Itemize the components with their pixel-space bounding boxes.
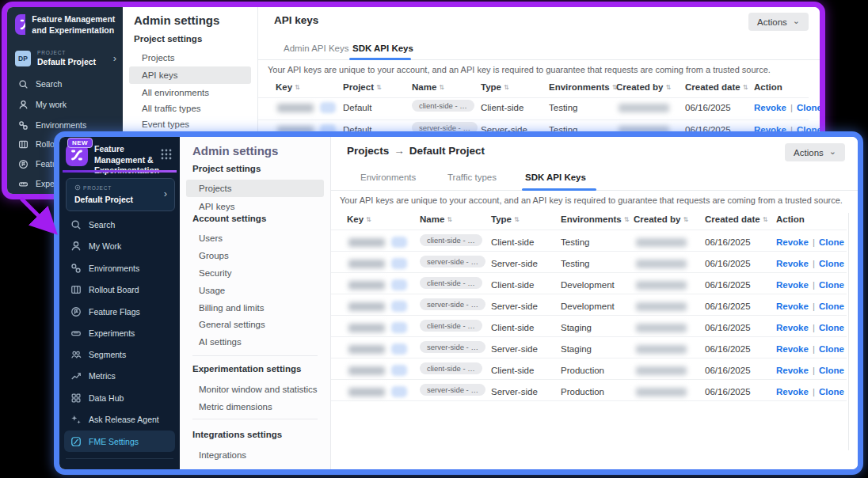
sort-icon[interactable]: ⇅ — [683, 216, 688, 223]
app-logo-icon — [15, 14, 25, 35]
revoke-link[interactable]: Revoke — [776, 280, 809, 290]
clone-link[interactable]: Clone — [819, 323, 844, 332]
sidebar-item-label: Experiments — [89, 328, 135, 338]
sort-icon[interactable]: ⇅ — [514, 216, 520, 223]
sort-icon[interactable]: ⇅ — [624, 216, 630, 223]
back-project-selector[interactable]: DP PROJECT Default Project › — [15, 50, 116, 66]
fme-settings-icon — [70, 436, 82, 447]
redacted-created-by — [619, 104, 669, 112]
sidebar-item-my-work[interactable]: My work — [18, 97, 120, 112]
nav-item-security[interactable]: Security — [186, 264, 324, 282]
sidebar-item-search[interactable]: Search — [70, 218, 177, 232]
nav-item-groups[interactable]: Groups — [186, 247, 324, 264]
redacted-created-by — [636, 302, 687, 311]
nav-item-projects[interactable]: Projects — [129, 49, 251, 66]
actions-button[interactable]: Actions ⌄ — [748, 13, 809, 31]
tab-sdk-api-keys[interactable]: SDK API Keys — [352, 44, 413, 53]
redacted-created-by — [636, 281, 687, 290]
sidebar-item-metrics[interactable]: Metrics — [70, 369, 177, 383]
redacted-created-by — [636, 388, 687, 396]
key-name-pill: server-side - … — [420, 298, 485, 310]
actions-button[interactable]: Actions ⌄ — [785, 143, 845, 161]
cell-environment: Testing — [561, 237, 589, 247]
revoke-link[interactable]: Revoke — [776, 344, 809, 354]
sidebar-item-fme-settings[interactable]: FME Settings — [64, 431, 175, 452]
revoke-link[interactable]: Revoke — [776, 302, 809, 311]
nav-item-ai-settings[interactable]: AI settings — [186, 333, 324, 351]
tab-traffic-types[interactable]: Traffic types — [447, 173, 497, 182]
sort-icon[interactable]: ⇅ — [665, 84, 671, 91]
sidebar-item-data-hub[interactable]: Data Hub — [70, 391, 177, 405]
nav-item-general-settings[interactable]: General settings — [186, 316, 324, 333]
breadcrumb-projects[interactable]: Projects — [347, 145, 389, 157]
nav-item-users[interactable]: Users — [186, 230, 324, 247]
revoke-link[interactable]: Revoke — [754, 103, 786, 112]
clone-link[interactable]: Clone — [819, 344, 844, 354]
sidebar-item-environments[interactable]: Environments — [18, 118, 120, 132]
nav-item-all-traffic-types[interactable]: All traffic types — [129, 100, 251, 117]
nav-item-billing-and-limits[interactable]: Billing and limits — [186, 299, 324, 317]
divider — [192, 355, 318, 356]
revoke-link[interactable]: Revoke — [776, 259, 809, 268]
sidebar-item-feature-flags[interactable]: Feature Flags — [70, 305, 177, 319]
divider — [331, 251, 847, 252]
cell-type: Client-side — [491, 280, 534, 290]
revoke-link[interactable]: Revoke — [776, 323, 809, 332]
sidebar-item-my-work[interactable]: My Work — [70, 239, 177, 253]
revoke-link[interactable]: Revoke — [776, 387, 809, 396]
sort-icon[interactable]: ⇅ — [763, 216, 768, 223]
revoke-link[interactable]: Revoke — [776, 237, 809, 247]
sidebar-item-experiments[interactable]: Experiments — [70, 326, 177, 340]
sort-icon[interactable]: ⇅ — [743, 84, 748, 91]
front-screenshot-window: NEW Feature Management & Experimentation… — [54, 131, 863, 475]
sidebar-item-search[interactable]: Search — [18, 77, 120, 91]
nav-item-usage[interactable]: Usage — [186, 282, 324, 299]
pipe-separator: | — [813, 366, 815, 375]
tab-sdk-api-keys[interactable]: SDK API Keys — [525, 173, 586, 182]
nav-item-monitor-window-and-statistics[interactable]: Monitor window and statistics — [186, 381, 329, 398]
nav-item-projects[interactable]: Projects — [186, 180, 324, 197]
col-project: Project⇅ — [343, 82, 382, 92]
clone-link[interactable]: Clone — [819, 259, 844, 268]
nav-item-api-keys[interactable]: API keys — [186, 198, 324, 215]
clone-link[interactable]: Clone — [797, 103, 822, 112]
col-action: Action — [754, 82, 782, 92]
nav-item-all-environments[interactable]: All environments — [129, 84, 251, 101]
key-name-pill: client-side - … — [420, 277, 482, 289]
nav-item-api-keys[interactable]: API keys — [129, 66, 251, 84]
sidebar-item-segments[interactable]: Segments — [70, 347, 177, 362]
api-keys-description: Your API keys are unique to your account… — [340, 195, 843, 205]
nav-item-metric-dimensions[interactable]: Metric dimensions — [186, 398, 324, 415]
chevron-down-icon: ⌄ — [829, 147, 836, 155]
clone-link[interactable]: Clone — [819, 237, 844, 247]
canvas: Feature Management and Experimentation D… — [0, 0, 868, 478]
clone-link[interactable]: Clone — [819, 302, 844, 311]
sidebar-item-label: Search — [89, 220, 115, 230]
nav-item-integrations[interactable]: Integrations — [186, 446, 324, 464]
search-icon — [18, 79, 29, 89]
sidebar-item-environments[interactable]: Environments — [70, 261, 177, 275]
sort-icon[interactable]: ⇅ — [366, 216, 371, 223]
clone-link[interactable]: Clone — [819, 366, 844, 375]
nav-item-event-types[interactable]: Event types — [129, 116, 251, 133]
app-grid-icon[interactable] — [161, 149, 172, 160]
redacted-key — [348, 388, 385, 396]
sort-icon[interactable]: ⇅ — [376, 84, 382, 91]
tab-admin-api-keys[interactable]: Admin API Keys — [284, 44, 348, 53]
sort-icon[interactable]: ⇅ — [447, 216, 452, 223]
key-name-pill: client-side - … — [412, 100, 474, 112]
chevron-down-icon: ⌄ — [793, 17, 800, 25]
clone-link[interactable]: Clone — [819, 280, 844, 290]
front-project-selector[interactable]: PROJECT Default Project › — [66, 178, 175, 211]
revoke-link[interactable]: Revoke — [776, 366, 809, 375]
sort-icon[interactable]: ⇅ — [504, 84, 509, 91]
project-name: Default Project — [37, 57, 107, 66]
sort-icon[interactable]: ⇅ — [439, 84, 444, 91]
clone-link[interactable]: Clone — [819, 387, 844, 396]
sort-icon[interactable]: ⇅ — [295, 84, 300, 91]
sidebar-item-rollout-board[interactable]: Rollout Board — [70, 283, 177, 297]
sidebar-item-label: FME Settings — [89, 437, 139, 446]
tab-environments[interactable]: Environments — [360, 173, 416, 182]
sidebar-item-ask-release-agent[interactable]: Ask Release Agent — [70, 412, 177, 427]
breadcrumb: Projects→Default Project — [347, 145, 485, 157]
